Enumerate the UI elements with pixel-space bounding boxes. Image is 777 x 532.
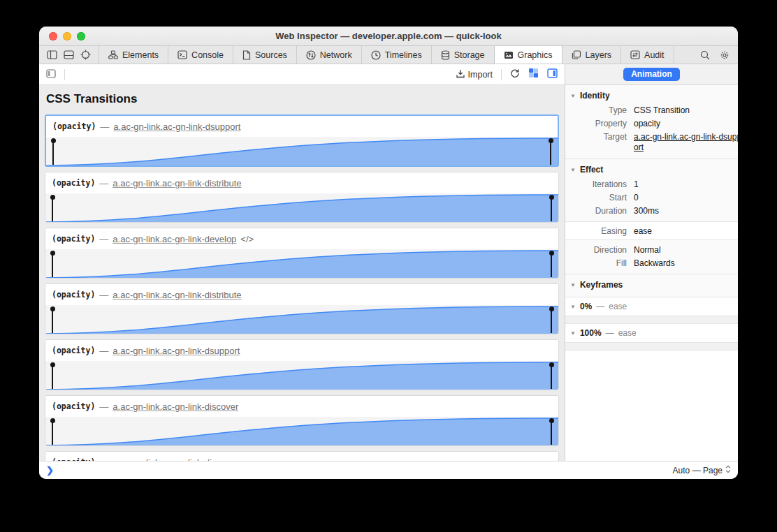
fill-row: Fill Backwards [565, 256, 738, 269]
start-keyframe-handle[interactable] [52, 420, 53, 445]
row-label: Target [565, 132, 627, 153]
keyframe-row-0[interactable]: ▼ 0% — ease [565, 297, 738, 316]
refresh-icon[interactable] [510, 68, 520, 81]
picture-icon [504, 51, 514, 59]
target-node-link[interactable]: a.ac-gn-link.ac-gn-link-dsupport [113, 121, 240, 132]
tab-audit[interactable]: Audit [621, 46, 674, 64]
transition-card-title: (opacity) — a.ac-gn-link.ac-gn-link-deve… [45, 228, 558, 249]
ease-curve [45, 417, 558, 445]
effect-section-header[interactable]: ▼ Effect [565, 162, 738, 177]
start-keyframe-handle[interactable] [52, 309, 53, 333]
target-node-link[interactable]: a.ac-gn-link.ac-gn-link-distribute [112, 178, 241, 189]
tab-timelines[interactable]: Timelines [362, 46, 432, 64]
row-label: Duration [565, 206, 627, 216]
easing-curve-graph [46, 137, 558, 165]
target-node-link[interactable]: a.ac-gn-link.ac-gn-link-discover [112, 401, 238, 412]
end-keyframe-handle[interactable] [551, 420, 552, 445]
transition-card[interactable]: (opacity) — a.ac-gn-link.ac-gn-link-disc… [45, 451, 559, 461]
end-keyframe-handle[interactable] [551, 309, 552, 333]
target-suffix: </> [240, 234, 254, 244]
sidebar-scope-bar: Animation [565, 64, 738, 85]
tab-label: Storage [454, 50, 485, 60]
identity-section-header[interactable]: ▼ Identity [565, 88, 738, 103]
easing-curve-graph [45, 305, 558, 334]
end-keyframe-handle[interactable] [551, 364, 552, 389]
dash: — [99, 178, 108, 189]
target-node-link[interactable]: a.ac-gn-link.ac-gn-link-develop [112, 234, 236, 244]
grid-overlay-toggle-icon[interactable] [528, 68, 539, 81]
animation-scope-tab[interactable]: Animation [623, 68, 680, 81]
transition-card[interactable]: (opacity) — a.ac-gn-link.ac-gn-link-dsup… [45, 114, 559, 167]
hierarchy-icon [108, 50, 118, 59]
right-sidebar-toggle-icon[interactable] [547, 68, 558, 81]
tab-layers[interactable]: Layers [562, 46, 622, 64]
keyframes-section: ▼ Keyframes [565, 274, 738, 297]
transition-card[interactable]: (opacity) — a.ac-gn-link.ac-gn-link-disc… [45, 395, 559, 446]
toolbar-divider [64, 69, 65, 80]
console-prompt-icon[interactable]: ❯ [46, 465, 54, 475]
keyframe-easing: ease [609, 302, 627, 311]
row-value: 1 [634, 179, 732, 189]
keyframe-row-100[interactable]: ▼ 100% — ease [565, 323, 738, 342]
console-icon [177, 50, 187, 59]
audit-arrows-icon [630, 50, 640, 59]
tab-graphics[interactable]: Graphics [494, 46, 562, 64]
tab-label: Elements [122, 50, 159, 60]
start-keyframe-handle[interactable] [52, 197, 53, 221]
transition-card[interactable]: (opacity) — a.ac-gn-link.ac-gn-link-dist… [45, 172, 559, 223]
dash: — [100, 121, 109, 132]
details-sidebar: Animation ▼ Identity Type CSS Transition… [565, 64, 738, 461]
left-sidebar-toggle-icon[interactable] [46, 68, 56, 81]
identity-section: ▼ Identity Type CSS Transition Property … [565, 85, 738, 158]
row-value: Backwards [634, 258, 732, 268]
start-keyframe-handle[interactable] [52, 253, 53, 277]
dock-bottom-icon[interactable] [64, 50, 74, 59]
effect-section: ▼ Effect Iterations 1 Start 0 Duration 3… [565, 158, 738, 221]
row-value: Normal [634, 245, 732, 255]
end-keyframe-handle[interactable] [551, 197, 552, 221]
tab-elements[interactable]: Elements [99, 46, 168, 64]
row-label: Iterations [565, 179, 627, 189]
tab-storage[interactable]: Storage [432, 46, 495, 64]
tab-sources[interactable]: Sources [233, 46, 297, 64]
tab-label: Audit [644, 50, 665, 60]
transitions-scroll-area[interactable]: CSS Transitions (opacity) — a.ac-gn-link… [39, 85, 565, 461]
layers-icon [572, 50, 581, 59]
start-keyframe-handle[interactable] [52, 364, 53, 389]
search-icon[interactable] [700, 50, 710, 60]
window-title: Web Inspector — developer.apple.com — qu… [39, 31, 738, 41]
transition-card-title: (opacity) — a.ac-gn-link.ac-gn-link-dist… [45, 284, 558, 305]
clock-icon [371, 50, 381, 60]
transition-card[interactable]: (opacity) — a.ac-gn-link.ac-gn-link-deve… [45, 228, 559, 279]
row-label: Start [565, 193, 627, 202]
section-title: Identity [580, 91, 610, 101]
easing-curve-graph [45, 361, 558, 390]
content-toolbar: Import [39, 64, 565, 85]
target-node-link[interactable]: a.ac-gn-link.ac-gn-link-dsupport [112, 346, 240, 356]
start-keyframe-handle[interactable] [52, 140, 54, 165]
dock-side-icon[interactable] [47, 50, 57, 59]
tab-network[interactable]: Network [297, 46, 362, 64]
disclosure-triangle-icon: ▼ [570, 282, 576, 288]
target-node-link[interactable]: a.ac-gn-link.ac-gn-link-dsupport [634, 132, 738, 153]
tab-label: Layers [586, 50, 612, 60]
inspector-body: Import CSS Transitions (opacity) — a.a [39, 64, 738, 461]
keyframes-section-header[interactable]: ▼ Keyframes [565, 277, 738, 293]
execution-context-picker[interactable]: Auto — Page [673, 465, 731, 475]
element-picker-icon[interactable] [80, 50, 91, 60]
easing-row: Easing ease [565, 224, 738, 237]
end-keyframe-handle[interactable] [550, 140, 551, 165]
dock-controls [39, 46, 99, 64]
row-value: ease [634, 226, 732, 236]
easing-curve-graph [45, 249, 558, 278]
tab-console[interactable]: Console [168, 46, 233, 64]
gear-icon[interactable] [720, 50, 729, 60]
import-button[interactable]: Import [456, 69, 493, 80]
transition-card[interactable]: (opacity) — a.ac-gn-link.ac-gn-link-dsup… [45, 339, 559, 390]
title-bar: Web Inspector — developer.apple.com — qu… [39, 27, 738, 46]
transition-card[interactable]: (opacity) — a.ac-gn-link.ac-gn-link-dist… [45, 283, 559, 334]
target-node-link[interactable]: a.ac-gn-link.ac-gn-link-distribute [112, 290, 241, 300]
end-keyframe-handle[interactable] [551, 253, 552, 277]
dash: — [596, 302, 604, 311]
transition-property: (opacity) [52, 290, 95, 300]
